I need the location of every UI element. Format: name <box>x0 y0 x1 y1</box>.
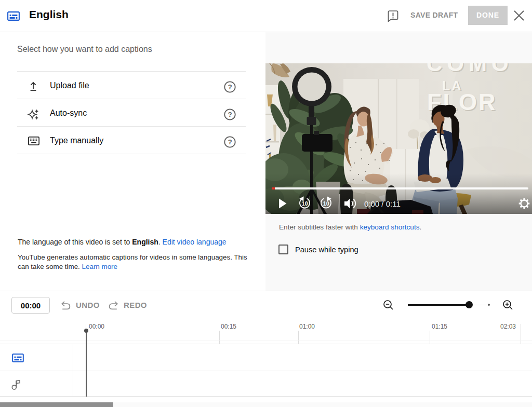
svg-text:?: ? <box>228 138 232 146</box>
svg-text:10: 10 <box>302 200 308 207</box>
svg-text:10: 10 <box>323 200 329 207</box>
svg-text:?: ? <box>228 83 232 91</box>
svg-text:0:00 / 0:11: 0:00 / 0:11 <box>364 199 401 208</box>
svg-text:COMO: COMO <box>427 63 513 76</box>
svg-text:?: ? <box>228 111 232 118</box>
